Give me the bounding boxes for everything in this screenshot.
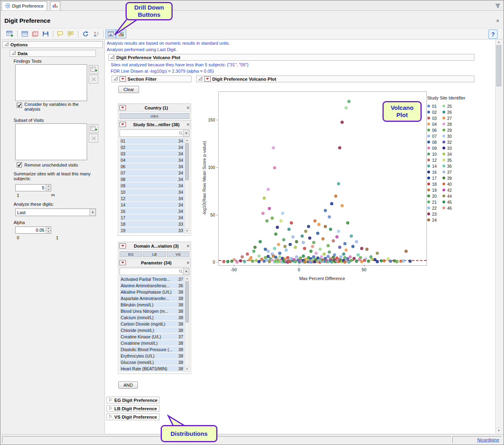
- data-point[interactable]: [345, 248, 348, 252]
- data-point[interactable]: [285, 248, 288, 252]
- legend-item[interactable]: 06: [427, 127, 437, 133]
- data-point[interactable]: [313, 219, 317, 222]
- disclosure-open-icon[interactable]: [198, 76, 203, 81]
- data-point[interactable]: [268, 207, 271, 210]
- spin-down-icon[interactable]: ▼: [46, 230, 51, 234]
- consider-by-variables-checkbox[interactable]: [17, 103, 22, 108]
- data-point[interactable]: [324, 209, 327, 212]
- spinner-arrows[interactable]: ▲▼: [46, 227, 51, 233]
- outline-section-filter[interactable]: Section Filter: [112, 75, 191, 82]
- red-triangle-menu-icon[interactable]: [204, 76, 211, 81]
- subjects-input[interactable]: [16, 185, 46, 191]
- data-point[interactable]: [327, 244, 330, 247]
- legend-item[interactable]: 09: [427, 145, 437, 151]
- open-data-table-icon[interactable]: [5, 30, 15, 38]
- parameter-filter-row[interactable]: Bilirubin (mmol/L)38: [120, 302, 184, 308]
- legend-item[interactable]: 02: [427, 109, 437, 115]
- legend-item[interactable]: 46: [442, 205, 452, 211]
- data-point[interactable]: [276, 226, 279, 229]
- red-triangle-menu-icon[interactable]: [120, 243, 126, 248]
- legend-item[interactable]: 27: [442, 115, 452, 121]
- data-point[interactable]: [338, 246, 341, 249]
- data-point[interactable]: [273, 247, 276, 250]
- remove-findings-test-button[interactable]: [89, 75, 98, 83]
- outline-data[interactable]: Data: [10, 50, 96, 57]
- site-filter-row[interactable]: 0734: [120, 170, 184, 176]
- close-icon[interactable]: ×: [187, 105, 189, 111]
- data-point[interactable]: [246, 252, 249, 256]
- data-point[interactable]: [267, 188, 270, 191]
- legend-item[interactable]: 07: [427, 133, 437, 139]
- scroll-down-icon[interactable]: ▼: [185, 228, 189, 233]
- site-filter-row[interactable]: 0934: [120, 183, 184, 189]
- data-point[interactable]: [259, 240, 262, 243]
- vertical-scrollbar[interactable]: ▲ ▼: [495, 40, 502, 433]
- data-point[interactable]: [321, 237, 325, 240]
- data-point[interactable]: [346, 221, 349, 224]
- site-search-input[interactable]: [120, 131, 179, 136]
- add-findings-test-button[interactable]: [89, 65, 98, 74]
- site-filter-row[interactable]: 1034: [120, 189, 184, 195]
- data-point[interactable]: [277, 243, 280, 246]
- scroll-down-icon[interactable]: ▼: [496, 428, 502, 433]
- spin-down-icon[interactable]: ▼: [46, 188, 51, 191]
- legend-item[interactable]: 08: [427, 139, 437, 145]
- legend-item[interactable]: 39: [442, 175, 452, 181]
- data-point[interactable]: [341, 204, 344, 207]
- parameter-filter-row[interactable]: Creatine Kinase (U/L)37: [120, 334, 184, 340]
- scroll-up-icon[interactable]: ▲: [185, 276, 189, 281]
- parameter-filter-row[interactable]: Blood Urea Nitrogen (m...38: [120, 308, 184, 314]
- site-filter-row[interactable]: 0234: [120, 144, 184, 150]
- close-icon[interactable]: ×: [187, 122, 189, 127]
- legend-item[interactable]: 20: [427, 193, 437, 199]
- data-point[interactable]: [257, 254, 261, 258]
- domain-option-eg[interactable]: EG: [120, 251, 142, 257]
- disclosure-open-icon[interactable]: [114, 76, 118, 81]
- domain-option-lb[interactable]: LB: [143, 251, 166, 257]
- notes-icon[interactable]: [55, 30, 66, 38]
- data-point[interactable]: [289, 243, 292, 246]
- findings-tests-listbox[interactable]: [15, 64, 87, 101]
- close-icon[interactable]: ×: [496, 18, 499, 24]
- data-point[interactable]: [328, 215, 331, 219]
- legend-item[interactable]: 04: [427, 121, 437, 127]
- legend-item[interactable]: 23: [427, 211, 437, 217]
- site-filter-row[interactable]: 1933: [120, 227, 184, 233]
- data-point[interactable]: [230, 260, 233, 263]
- legend-item[interactable]: 24: [427, 217, 437, 223]
- data-point[interactable]: [324, 225, 327, 228]
- outline-vs-digit-preference[interactable]: VS Digit Preference: [106, 413, 159, 420]
- parameter-filter-row[interactable]: Heart Rate (BEATS/MIN)38: [120, 366, 184, 371]
- data-point[interactable]: [312, 241, 315, 244]
- chevron-down-icon[interactable]: ▼: [90, 209, 96, 216]
- close-icon[interactable]: ×: [187, 243, 189, 249]
- parameter-filter-row[interactable]: Activated Partial Thromb...37: [120, 276, 184, 282]
- data-point[interactable]: [316, 232, 319, 235]
- parameter-filter-row[interactable]: Diastolic Blood Pressure (...38: [120, 346, 184, 352]
- data-point[interactable]: [301, 234, 304, 238]
- data-point[interactable]: [382, 259, 386, 262]
- parameter-list-scrollbar[interactable]: ▲ ▼: [185, 276, 189, 372]
- data-point[interactable]: [341, 121, 344, 124]
- data-point[interactable]: [334, 195, 337, 198]
- data-point[interactable]: [279, 219, 283, 222]
- alpha-spinner[interactable]: ▲▼: [15, 226, 51, 234]
- legend-item[interactable]: 03: [427, 115, 437, 121]
- subset-of-visits-listbox[interactable]: [15, 123, 87, 160]
- legend-item[interactable]: 28: [442, 121, 452, 127]
- data-point[interactable]: [376, 252, 379, 255]
- legend-item[interactable]: 30: [442, 133, 452, 139]
- legend-item[interactable]: 14: [427, 163, 437, 169]
- clear-button[interactable]: Clear: [118, 86, 139, 93]
- data-point[interactable]: [295, 240, 298, 243]
- data-point[interactable]: [363, 259, 366, 262]
- parameter-filter-row[interactable]: Aspartate Aminotransfer...38: [120, 295, 184, 301]
- disclosure-closed-icon[interactable]: [108, 414, 113, 419]
- annotation-icon[interactable]: [66, 30, 76, 38]
- data-point[interactable]: [302, 254, 305, 258]
- parameter-filter-row[interactable]: Alkaline Phosphatase (U/L)38: [120, 289, 184, 295]
- data-point[interactable]: [274, 232, 277, 236]
- scroll-up-icon[interactable]: ▲: [496, 40, 502, 45]
- data-point[interactable]: [360, 247, 363, 250]
- site-filter-row[interactable]: 1734: [120, 215, 184, 221]
